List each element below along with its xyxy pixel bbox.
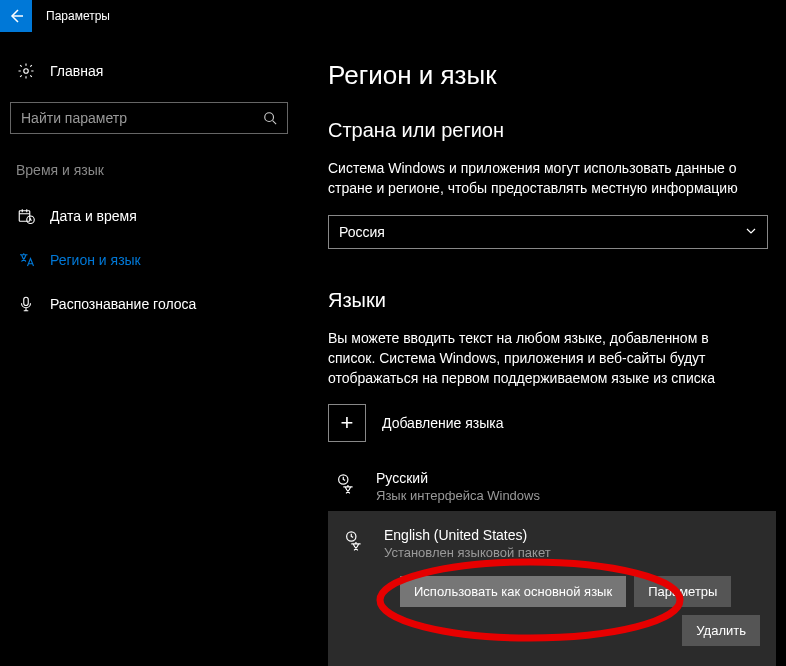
search-input[interactable]: [11, 103, 253, 133]
language-sub: Установлен языковой пакет: [384, 545, 551, 560]
section-country-desc: Система Windows и приложения могут испол…: [328, 158, 748, 199]
gear-icon: [16, 62, 36, 80]
sidebar-home-label: Главная: [50, 63, 103, 79]
search-icon: [253, 111, 287, 125]
titlebar: Параметры: [0, 0, 786, 32]
main-content: Регион и язык Страна или регион Система …: [298, 32, 786, 666]
language-icon: [16, 251, 36, 269]
add-language-label: Добавление языка: [382, 415, 504, 431]
language-item-russian[interactable]: Русский Язык интерфейса Windows: [328, 462, 776, 511]
microphone-icon: [16, 295, 36, 313]
country-value: Россия: [339, 224, 385, 240]
sidebar-item-datetime[interactable]: Дата и время: [10, 194, 298, 238]
sidebar-item-label: Регион и язык: [50, 252, 141, 268]
sidebar: Главная Время и язык Дата и время Регион…: [0, 32, 298, 666]
back-button[interactable]: [0, 0, 32, 32]
svg-rect-4: [24, 297, 29, 305]
add-language-button[interactable]: + Добавление языка: [328, 404, 776, 442]
sidebar-category: Время и язык: [16, 162, 298, 178]
language-options-button[interactable]: Параметры: [634, 576, 731, 607]
remove-language-button[interactable]: Удалить: [682, 615, 760, 646]
plus-icon: +: [328, 404, 366, 442]
sidebar-home[interactable]: Главная: [10, 54, 298, 88]
svg-point-1: [265, 113, 274, 122]
sidebar-item-label: Распознавание голоса: [50, 296, 196, 312]
svg-rect-2: [19, 211, 30, 222]
set-default-language-button[interactable]: Использовать как основной язык: [400, 576, 626, 607]
arrow-left-icon: [8, 8, 24, 24]
svg-point-0: [24, 69, 29, 74]
page-title: Регион и язык: [328, 60, 776, 91]
sidebar-item-region[interactable]: Регион и язык: [10, 238, 298, 282]
calendar-clock-icon: [16, 207, 36, 225]
section-languages-desc: Вы можете вводить текст на любом языке, …: [328, 328, 748, 389]
country-dropdown[interactable]: Россия: [328, 215, 768, 249]
language-glyph-icon: [328, 470, 366, 498]
search-box[interactable]: [10, 102, 288, 134]
language-glyph-icon: [336, 527, 374, 555]
language-name: Русский: [376, 470, 540, 486]
window-title: Параметры: [46, 9, 110, 23]
sidebar-item-label: Дата и время: [50, 208, 137, 224]
sidebar-item-speech[interactable]: Распознавание голоса: [10, 282, 298, 326]
language-item-english-panel: English (United States) Установлен языко…: [328, 511, 776, 666]
language-sub: Язык интерфейса Windows: [376, 488, 540, 503]
section-languages-heading: Языки: [328, 289, 776, 312]
section-country-heading: Страна или регион: [328, 119, 776, 142]
chevron-down-icon: [745, 224, 757, 240]
language-name: English (United States): [384, 527, 551, 543]
language-item-english[interactable]: English (United States) Установлен языко…: [336, 523, 760, 576]
